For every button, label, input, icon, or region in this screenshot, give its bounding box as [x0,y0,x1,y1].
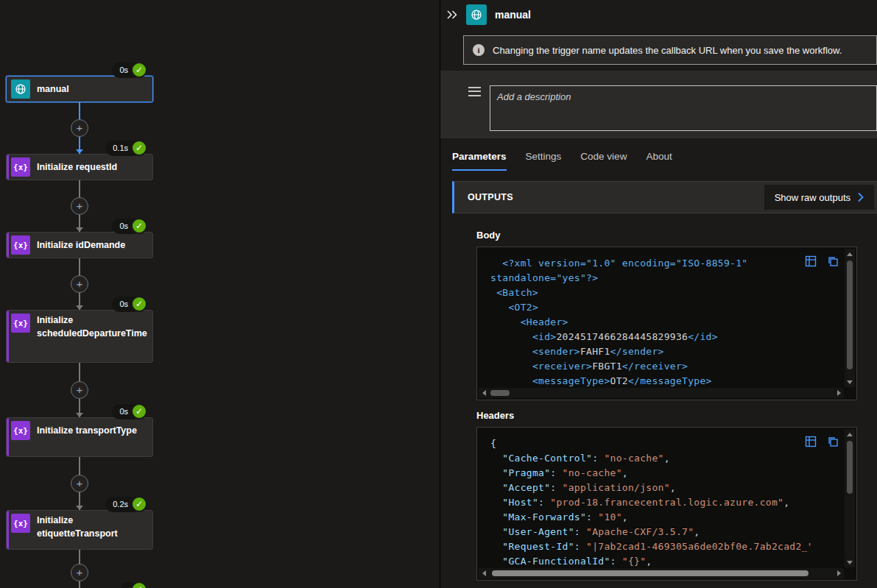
scroll-down-button[interactable] [845,557,855,567]
table-view-icon[interactable] [805,436,817,447]
node-label: Initialize scheduledDepartureTime [37,314,149,340]
vertical-scrollbar[interactable] [845,429,855,567]
code-toolbar [805,255,839,267]
tab-code-view[interactable]: Code view [580,151,627,171]
status-badge: 0s✓ [112,403,147,419]
copy-icon[interactable] [827,436,839,447]
scroll-up-button[interactable] [845,429,855,439]
panel-title: manual [495,9,531,21]
workflow-node[interactable]: {x}Initialize scheduledDepartureTime [6,310,153,363]
body-output-viewer[interactable]: <?xml version="1.0" encoding="ISO-8859-1… [476,247,857,400]
scroll-down-button[interactable] [845,377,855,387]
workflow-node[interactable]: {x}Initialize requestId [6,154,153,180]
tab-about[interactable]: About [646,151,672,171]
status-badge: 0s✓ [112,62,147,78]
initialize-variable-icon: {x} [11,421,30,440]
add-step-button[interactable]: + [71,275,88,293]
headers-output-code: { "Cache-Control": "no-cache", "Pragma":… [490,436,811,567]
banner-zone: i Changing the trigger name updates the … [440,29,877,71]
panel-header: manual [440,0,877,29]
scroll-left-button[interactable] [479,388,489,398]
success-check-icon: ✓ [131,140,147,156]
status-badge: ✓ [121,581,147,588]
http-trigger-icon [466,4,487,25]
tab-bar: ParametersSettingsCode viewAbout [440,138,877,171]
outputs-heading: OUTPUTS [468,192,513,202]
add-step-button[interactable]: + [71,119,88,137]
node-label: Initialize etiquetteTransport [37,514,149,540]
workflow-node[interactable]: manual [6,76,153,102]
scroll-left-button[interactable] [479,568,489,578]
success-check-icon: ✓ [131,296,147,312]
collapse-panel-icon[interactable] [446,10,458,20]
status-badge: 0.2s✓ [105,496,147,512]
scroll-right-button[interactable] [834,568,844,578]
workflow-node[interactable]: {x}Initialize transportType [6,417,153,457]
logic-apps-run-view: 0s✓manual+0.1s✓{x}Initialize requestId+0… [0,0,877,588]
success-check-icon: ✓ [131,218,147,234]
node-label: Initialize idDemande [37,235,127,255]
body-section-label: Body [476,230,857,241]
success-check-icon: ✓ [131,62,147,78]
add-step-button[interactable]: + [71,381,88,399]
initialize-variable-icon: {x} [11,157,30,177]
table-view-icon[interactable] [805,255,817,267]
description-zone [440,71,877,138]
body-output-code: <?xml version="1.0" encoding="ISO-8859-1… [490,256,811,386]
chevron-right-icon [858,193,864,202]
tab-settings[interactable]: Settings [526,151,562,171]
node-label: Initialize transportType [37,421,139,440]
copy-icon[interactable] [827,255,839,267]
headers-section-label: Headers [476,410,857,421]
info-banner: i Changing the trigger name updates the … [463,35,877,65]
show-raw-outputs-button[interactable]: Show raw outputs [764,185,874,210]
description-lines-icon [468,87,481,96]
initialize-variable-icon: {x} [11,314,30,333]
info-icon: i [473,44,485,56]
status-badge: 0s✓ [112,296,147,312]
success-check-icon: ✓ [131,403,147,419]
code-toolbar [805,436,839,447]
success-check-icon: ✓ [131,581,147,588]
status-badge: 0s✓ [112,218,147,234]
workflow-canvas-flow: 0s✓manual+0.1s✓{x}Initialize requestId+0… [6,76,153,588]
horizontal-scrollbar[interactable] [479,388,844,398]
trigger-details-panel: manual i Changing the trigger name updat… [440,0,877,588]
initialize-variable-icon: {x} [11,235,30,255]
add-step-button[interactable]: + [71,564,88,581]
scroll-right-button[interactable] [834,388,844,398]
info-banner-text: Changing the trigger name updates the ca… [493,45,842,56]
http-trigger-icon [11,79,30,99]
initialize-variable-icon: {x} [11,514,30,533]
add-step-button[interactable]: + [71,197,88,215]
workflow-node[interactable]: {x}Initialize idDemande [6,232,153,258]
outputs-section-header: OUTPUTS Show raw outputs [452,181,877,213]
node-label: Initialize requestId [37,157,119,177]
workflow-canvas[interactable]: 0s✓manual+0.1s✓{x}Initialize requestId+0… [0,0,440,588]
headers-output-viewer[interactable]: { "Cache-Control": "no-cache", "Pragma":… [476,427,857,581]
success-check-icon: ✓ [131,496,147,512]
scroll-up-button[interactable] [845,249,855,259]
status-badge: 0.1s✓ [105,140,147,156]
show-raw-outputs-label: Show raw outputs [775,192,850,203]
add-step-button[interactable]: + [71,475,88,492]
horizontal-scrollbar[interactable] [479,568,844,578]
node-label: manual [37,79,71,99]
tab-parameters[interactable]: Parameters [452,151,507,171]
description-input[interactable] [490,85,877,131]
vertical-scrollbar[interactable] [845,249,855,387]
outputs-content: Body <?xml version="1.0" encoding="ISO-8… [440,213,877,588]
workflow-node[interactable]: {x}Initialize etiquetteTransport [6,510,153,550]
